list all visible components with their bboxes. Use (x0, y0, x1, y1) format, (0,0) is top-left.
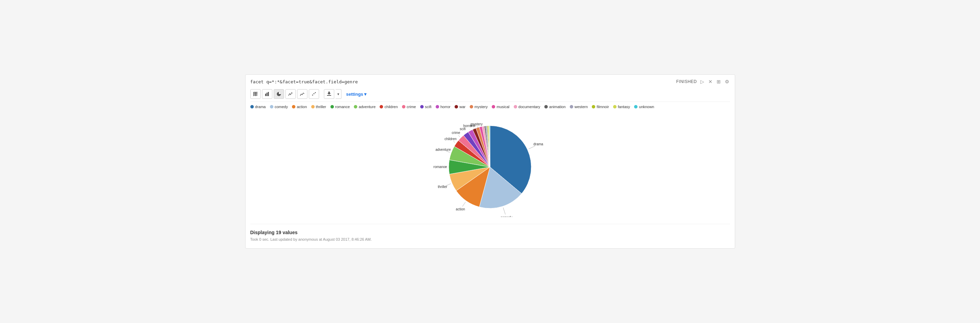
legend-dot-mystery (470, 105, 473, 109)
settings-button[interactable]: settings ▾ (346, 91, 367, 97)
legend-label-western: western (574, 105, 588, 109)
svg-line-19 (453, 141, 455, 142)
legend-item-documentary[interactable]: documentary (514, 105, 541, 109)
legend-item-crime[interactable]: crime (402, 105, 416, 109)
legend-item-animation[interactable]: animation (544, 105, 566, 109)
legend-item-action[interactable]: action (292, 105, 307, 109)
legend-dot-musical (492, 105, 495, 109)
legend-dot-scifi (420, 105, 424, 109)
svg-line-13 (528, 146, 535, 149)
legend-dot-children (380, 105, 383, 109)
svg-line-23 (474, 127, 474, 129)
download-dropdown-button[interactable]: ▾ (336, 89, 342, 99)
pie-label-romance: romance (434, 165, 447, 169)
svg-point-9 (312, 95, 313, 96)
legend-label-musical: musical (496, 105, 509, 109)
svg-point-11 (315, 92, 316, 93)
legend-dot-western (570, 105, 573, 109)
legend-item-romance[interactable]: romance (331, 105, 350, 109)
legend-dot-crime (402, 105, 406, 109)
legend-item-unknown[interactable]: unknown (634, 105, 654, 109)
pie-label-action: action (456, 207, 465, 211)
table-button[interactable] (250, 89, 261, 99)
svg-line-21 (465, 132, 465, 133)
pie-label-thriller: thriller (438, 185, 447, 189)
bar-chart-button[interactable] (262, 89, 272, 99)
legend-dot-fantasy (613, 105, 617, 109)
legend-dot-animation (544, 105, 548, 109)
pie-svg: dramacomedyactionthrillerromanceadventur… (431, 117, 549, 217)
legend-label-unknown: unknown (639, 105, 654, 109)
query-text: facet q=*:*&facet=true&facet.field=genre (250, 79, 358, 84)
footer: Displaying 19 values Took 0 sec. Last up… (250, 224, 730, 241)
legend-label-filmnoir: filmnoir (597, 105, 609, 109)
scatter-chart-button[interactable] (309, 89, 319, 99)
legend-dot-adventure (354, 105, 357, 109)
pie-chart-button[interactable] (274, 89, 284, 99)
legend-label-mystery: mystery (474, 105, 488, 109)
legend-dot-thriller (311, 105, 315, 109)
svg-rect-4 (256, 92, 256, 96)
legend-dot-filmnoir (592, 105, 595, 109)
legend-item-western[interactable]: western (570, 105, 588, 109)
svg-rect-7 (268, 92, 269, 96)
displaying-count: Displaying 19 values (250, 230, 730, 235)
svg-rect-3 (253, 92, 254, 96)
legend-label-scifi: scifi (425, 105, 431, 109)
legend-item-mystery[interactable]: mystery (470, 105, 488, 109)
legend-item-horror[interactable]: horror (436, 105, 450, 109)
svg-rect-5 (265, 94, 266, 96)
main-container: facet q=*:*&facet=true&facet.field=genre… (245, 74, 735, 249)
legend-item-scifi[interactable]: scifi (420, 105, 431, 109)
settings-icon-button[interactable]: ⚙ (724, 78, 730, 85)
legend-label-adventure: adventure (359, 105, 375, 109)
legend-item-thriller[interactable]: thriller (311, 105, 326, 109)
legend-dot-war (455, 105, 458, 109)
status-area: FINISHED ▷ ✕ ⊞ ⚙ (676, 78, 730, 85)
legend-dot-romance (331, 105, 334, 109)
stop-button[interactable]: ✕ (708, 78, 713, 85)
legend-dot-drama (250, 105, 254, 109)
legend-label-drama: drama (255, 105, 266, 109)
legend-dot-horror (436, 105, 439, 109)
pie-label-crime: crime (452, 131, 460, 134)
svg-rect-12 (327, 95, 331, 96)
legend-label-action: action (297, 105, 307, 109)
chart-area: dramacomedyactionthrillerromanceadventur… (250, 110, 730, 221)
legend-label-war: war (460, 105, 466, 109)
legend-label-horror: horror (441, 105, 450, 109)
legend-item-war[interactable]: war (455, 105, 466, 109)
legend-item-drama[interactable]: drama (250, 105, 266, 109)
pie-label-comedy: comedy (500, 216, 512, 217)
legend-label-romance: romance (335, 105, 350, 109)
legend-row: dramacomedyactionthrillerromanceadventur… (250, 102, 730, 110)
legend-item-fantasy[interactable]: fantasy (613, 105, 630, 109)
took-text: Took 0 sec. Last updated by anonymous at… (250, 237, 730, 241)
legend-label-crime: crime (407, 105, 416, 109)
legend-label-documentary: documentary (519, 105, 541, 109)
legend-item-adventure[interactable]: adventure (354, 105, 375, 109)
legend-dot-comedy (270, 105, 274, 109)
svg-line-20 (458, 135, 460, 137)
pie-chart: dramacomedyactionthrillerromanceadventur… (431, 117, 549, 217)
header-row: facet q=*:*&facet=true&facet.field=genre… (250, 78, 730, 88)
legend-label-children: children (385, 105, 398, 109)
svg-line-14 (503, 208, 505, 214)
line-chart-button[interactable] (297, 89, 307, 99)
legend-label-thriller: thriller (316, 105, 326, 109)
pie-label-scifi: scifi (460, 127, 466, 131)
legend-dot-unknown (634, 105, 638, 109)
legend-label-animation: animation (549, 105, 566, 109)
legend-item-filmnoir[interactable]: filmnoir (592, 105, 609, 109)
toolbar-row: ▾ settings ▾ (250, 88, 730, 102)
legend-item-comedy[interactable]: comedy (270, 105, 288, 109)
legend-item-musical[interactable]: musical (492, 105, 509, 109)
table-view-button[interactable]: ⊞ (716, 78, 721, 85)
legend-label-fantasy: fantasy (618, 105, 630, 109)
download-button[interactable] (324, 89, 334, 99)
run-button[interactable]: ▷ (700, 78, 705, 85)
area-chart-button[interactable] (285, 89, 296, 99)
pie-label-children: children (445, 137, 457, 141)
legend-item-children[interactable]: children (380, 105, 398, 109)
svg-point-10 (313, 93, 314, 94)
